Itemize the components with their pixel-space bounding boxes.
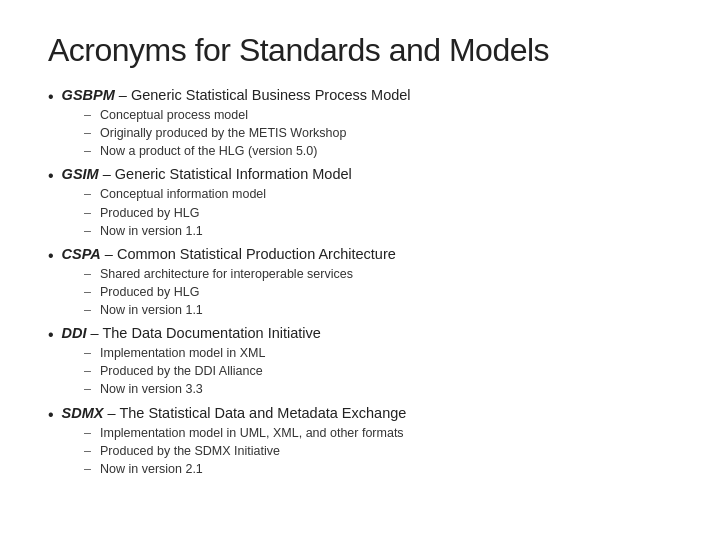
sub-items-ddi: –Implementation model in XML–Produced by… bbox=[84, 344, 672, 398]
item-desc-ddi: The Data Documentation Initiative bbox=[102, 325, 320, 341]
bullet-sdmx: • bbox=[48, 407, 54, 423]
item-label-gsbpm: GSBPM – Generic Statistical Business Pro… bbox=[62, 87, 411, 103]
bullet-gsbpm: • bbox=[48, 89, 54, 105]
item-title-ddi: DDI bbox=[62, 325, 87, 341]
sub-item-ddi-1: –Produced by the DDI Alliance bbox=[84, 362, 672, 380]
sub-text-ddi-0: Implementation model in XML bbox=[100, 344, 265, 362]
sub-item-gsbpm-1: –Originally produced by the METIS Worksh… bbox=[84, 124, 672, 142]
sub-item-gsim-2: –Now in version 1.1 bbox=[84, 222, 672, 240]
slide: Acronyms for Standards and Models •GSBPM… bbox=[0, 0, 720, 540]
sub-item-sdmx-0: –Implementation model in UML, XML, and o… bbox=[84, 424, 672, 442]
sub-dash-cspa-1: – bbox=[84, 283, 94, 301]
sub-dash-sdmx-1: – bbox=[84, 442, 94, 460]
sub-dash-gsbpm-2: – bbox=[84, 142, 94, 160]
item-title-cspa: CSPA bbox=[62, 246, 101, 262]
sub-item-cspa-1: –Produced by HLG bbox=[84, 283, 672, 301]
sub-dash-gsim-1: – bbox=[84, 204, 94, 222]
sub-text-cspa-1: Produced by HLG bbox=[100, 283, 199, 301]
content-area: •GSBPM – Generic Statistical Business Pr… bbox=[48, 87, 672, 478]
sub-text-sdmx-0: Implementation model in UML, XML, and ot… bbox=[100, 424, 404, 442]
item-label-sdmx: SDMX – The Statistical Data and Metadata… bbox=[62, 405, 407, 421]
sub-items-gsbpm: –Conceptual process model–Originally pro… bbox=[84, 106, 672, 160]
item-title-gsim: GSIM bbox=[62, 166, 99, 182]
bullet-ddi: • bbox=[48, 327, 54, 343]
sub-text-gsim-2: Now in version 1.1 bbox=[100, 222, 203, 240]
sub-text-gsbpm-0: Conceptual process model bbox=[100, 106, 248, 124]
sub-dash-gsim-0: – bbox=[84, 185, 94, 203]
sub-text-ddi-1: Produced by the DDI Alliance bbox=[100, 362, 263, 380]
item-sep-sdmx: – bbox=[104, 405, 120, 421]
sub-dash-cspa-0: – bbox=[84, 265, 94, 283]
item-label-ddi: DDI – The Data Documentation Initiative bbox=[62, 325, 321, 341]
item-ddi: •DDI – The Data Documentation Initiative… bbox=[48, 325, 672, 398]
sub-dash-gsim-2: – bbox=[84, 222, 94, 240]
item-desc-gsim: Generic Statistical Information Model bbox=[115, 166, 352, 182]
item-title-gsbpm: GSBPM bbox=[62, 87, 115, 103]
item-sdmx: •SDMX – The Statistical Data and Metadat… bbox=[48, 405, 672, 478]
sub-dash-ddi-1: – bbox=[84, 362, 94, 380]
item-desc-cspa: Common Statistical Production Architectu… bbox=[117, 246, 396, 262]
sub-text-sdmx-2: Now in version 2.1 bbox=[100, 460, 203, 478]
sub-item-sdmx-1: –Produced by the SDMX Initiative bbox=[84, 442, 672, 460]
sub-dash-sdmx-2: – bbox=[84, 460, 94, 478]
item-sep-gsim: – bbox=[99, 166, 115, 182]
sub-dash-gsbpm-1: – bbox=[84, 124, 94, 142]
sub-item-gsim-1: –Produced by HLG bbox=[84, 204, 672, 222]
sub-text-gsim-1: Produced by HLG bbox=[100, 204, 199, 222]
slide-title: Acronyms for Standards and Models bbox=[48, 32, 672, 69]
sub-item-gsbpm-2: –Now a product of the HLG (version 5.0) bbox=[84, 142, 672, 160]
sub-text-gsbpm-2: Now a product of the HLG (version 5.0) bbox=[100, 142, 317, 160]
sub-item-gsim-0: –Conceptual information model bbox=[84, 185, 672, 203]
sub-text-gsbpm-1: Originally produced by the METIS Worksho… bbox=[100, 124, 346, 142]
item-title-sdmx: SDMX bbox=[62, 405, 104, 421]
sub-text-gsim-0: Conceptual information model bbox=[100, 185, 266, 203]
sub-dash-cspa-2: – bbox=[84, 301, 94, 319]
sub-text-cspa-2: Now in version 1.1 bbox=[100, 301, 203, 319]
bullet-cspa: • bbox=[48, 248, 54, 264]
sub-item-sdmx-2: –Now in version 2.1 bbox=[84, 460, 672, 478]
item-desc-gsbpm: Generic Statistical Business Process Mod… bbox=[131, 87, 411, 103]
item-sep-gsbpm: – bbox=[115, 87, 131, 103]
item-label-gsim: GSIM – Generic Statistical Information M… bbox=[62, 166, 352, 182]
sub-dash-ddi-0: – bbox=[84, 344, 94, 362]
bullet-gsim: • bbox=[48, 168, 54, 184]
item-cspa: •CSPA – Common Statistical Production Ar… bbox=[48, 246, 672, 319]
sub-items-cspa: –Shared architecture for interoperable s… bbox=[84, 265, 672, 319]
sub-item-gsbpm-0: –Conceptual process model bbox=[84, 106, 672, 124]
sub-items-sdmx: –Implementation model in UML, XML, and o… bbox=[84, 424, 672, 478]
item-desc-sdmx: The Statistical Data and Metadata Exchan… bbox=[119, 405, 406, 421]
sub-item-ddi-0: –Implementation model in XML bbox=[84, 344, 672, 362]
item-gsim: •GSIM – Generic Statistical Information … bbox=[48, 166, 672, 239]
sub-item-cspa-2: –Now in version 1.1 bbox=[84, 301, 672, 319]
item-label-cspa: CSPA – Common Statistical Production Arc… bbox=[62, 246, 396, 262]
item-sep-cspa: – bbox=[101, 246, 117, 262]
item-sep-ddi: – bbox=[87, 325, 103, 341]
sub-dash-gsbpm-0: – bbox=[84, 106, 94, 124]
sub-item-ddi-2: –Now in version 3.3 bbox=[84, 380, 672, 398]
sub-items-gsim: –Conceptual information model–Produced b… bbox=[84, 185, 672, 239]
sub-text-sdmx-1: Produced by the SDMX Initiative bbox=[100, 442, 280, 460]
sub-text-ddi-2: Now in version 3.3 bbox=[100, 380, 203, 398]
item-gsbpm: •GSBPM – Generic Statistical Business Pr… bbox=[48, 87, 672, 160]
sub-dash-ddi-2: – bbox=[84, 380, 94, 398]
sub-text-cspa-0: Shared architecture for interoperable se… bbox=[100, 265, 353, 283]
sub-item-cspa-0: –Shared architecture for interoperable s… bbox=[84, 265, 672, 283]
sub-dash-sdmx-0: – bbox=[84, 424, 94, 442]
